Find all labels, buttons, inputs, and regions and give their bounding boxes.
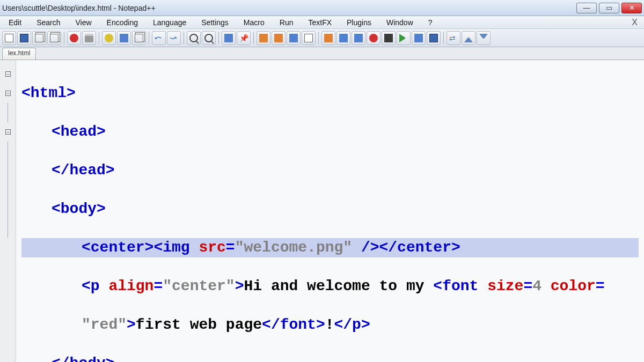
save-button[interactable] [17, 31, 31, 45]
toolbar-button[interactable] [272, 31, 286, 45]
menu-encoding[interactable]: Encoding [99, 17, 145, 28]
toolbar-button[interactable] [102, 31, 116, 45]
record-icon [369, 34, 378, 42]
fold-handle[interactable] [0, 122, 16, 142]
toolbar-button[interactable] [117, 31, 131, 45]
redo-button[interactable]: ⤻ [167, 31, 181, 45]
paste-icon [50, 34, 58, 42]
tool-icon [339, 34, 348, 42]
toolbar-separator [218, 32, 219, 45]
copy-button[interactable] [32, 31, 46, 45]
tool-icon [259, 34, 268, 42]
record-button[interactable] [367, 31, 380, 45]
swap-icon: ⇄ [449, 34, 458, 42]
replace-icon [204, 34, 213, 42]
menu-view[interactable]: View [68, 17, 99, 28]
copy-icon [35, 34, 43, 42]
toolbar-button[interactable] [462, 31, 475, 45]
menu-run[interactable]: Run [272, 17, 301, 28]
stop-button[interactable] [382, 31, 396, 45]
fold-line-mark [0, 103, 16, 122]
code-line: </body> [21, 354, 639, 362]
toolbar-button[interactable] [222, 31, 236, 45]
menu-search[interactable]: Search [29, 17, 68, 28]
undo-button[interactable]: ⤺ [152, 31, 166, 45]
play-icon [399, 34, 408, 42]
toolbar-button[interactable] [412, 31, 426, 45]
fold-handle[interactable] [0, 64, 16, 84]
fold-line-mark [0, 200, 16, 219]
tab-label: lex.html [8, 49, 30, 57]
code-line: "red">first web page</font>!</p> [21, 315, 639, 335]
menu-edit[interactable]: Edit [1, 17, 29, 28]
toolbar-button[interactable] [477, 31, 491, 45]
up-icon [464, 34, 473, 42]
code-line: <body> [21, 200, 639, 219]
toolbar-separator [64, 32, 64, 45]
code-line: <head> [21, 122, 639, 142]
play-button[interactable] [397, 31, 411, 45]
mdi-close-icon[interactable]: X [626, 18, 643, 27]
toolbar-button[interactable]: 📌 [237, 31, 251, 45]
toolbar-button[interactable] [336, 31, 350, 45]
tool-icon [354, 34, 363, 42]
window-controls: ― ▭ ✕ [576, 3, 642, 13]
menu-macro[interactable]: Macro [236, 17, 272, 28]
toolbar-button[interactable] [287, 31, 301, 45]
menu-textfx[interactable]: TextFX [301, 17, 339, 28]
down-icon [479, 34, 488, 42]
toolbar-button[interactable]: ⇄ [447, 31, 460, 45]
cut-button[interactable] [67, 31, 81, 45]
pin-icon: 📌 [239, 34, 248, 42]
toolbar-separator [318, 32, 319, 45]
toolbar-separator [443, 32, 444, 45]
title-bar: Users\scuttle\Desktop\index.html - Notep… [0, 0, 644, 16]
tool-icon [289, 34, 298, 42]
toolbar-button[interactable] [321, 31, 335, 45]
new-file-button[interactable] [2, 31, 16, 45]
menu-bar: Edit Search View Encoding Language Setti… [0, 16, 644, 29]
stop-icon [384, 34, 393, 42]
tool-icon [429, 34, 438, 42]
code-line: <p align="center">Hi and welcome to my <… [21, 277, 639, 296]
find-button[interactable] [187, 31, 201, 45]
menu-help[interactable]: ? [421, 17, 440, 28]
fold-handle[interactable] [0, 84, 16, 103]
new-file-icon [5, 34, 13, 42]
toolbar-separator [253, 32, 254, 45]
toolbar-separator [99, 32, 99, 45]
save-icon [20, 34, 28, 42]
code-line: </head> [21, 161, 639, 180]
tool-icon [304, 34, 313, 42]
menu-window[interactable]: Window [379, 17, 421, 28]
tool-icon [324, 34, 333, 42]
menu-plugins[interactable]: Plugins [339, 17, 379, 28]
toolbar-button[interactable] [132, 31, 146, 45]
paste-button[interactable] [47, 31, 61, 45]
tab-active[interactable]: lex.html [2, 48, 36, 60]
toolbar-button[interactable] [427, 31, 441, 45]
cut-icon [70, 34, 78, 42]
menu-language[interactable]: Language [145, 17, 194, 28]
print-icon [85, 34, 93, 42]
redo-icon: ⤻ [170, 34, 178, 42]
print-button[interactable] [82, 31, 96, 45]
menu-settings[interactable]: Settings [194, 17, 236, 28]
editor-area: <html> <head> </head> <body> <center><im… [0, 60, 644, 362]
code-editor[interactable]: <html> <head> </head> <body> <center><im… [16, 60, 644, 362]
tool-icon [105, 34, 113, 42]
toolbar-button[interactable] [352, 31, 365, 45]
tool-icon [274, 34, 283, 42]
tool-icon [224, 34, 233, 42]
fold-line-mark [0, 180, 16, 200]
maximize-button[interactable]: ▭ [599, 3, 619, 13]
replace-button[interactable] [202, 31, 216, 45]
tab-bar: lex.html [0, 47, 644, 60]
close-button[interactable]: ✕ [621, 3, 642, 13]
toolbar-button[interactable] [302, 31, 316, 45]
tool-icon [414, 34, 423, 42]
toolbar: ⤺ ⤻ 📌 ⇄ [0, 29, 644, 47]
fold-gutter [0, 60, 16, 362]
minimize-button[interactable]: ― [576, 3, 597, 13]
toolbar-button[interactable] [257, 31, 270, 45]
